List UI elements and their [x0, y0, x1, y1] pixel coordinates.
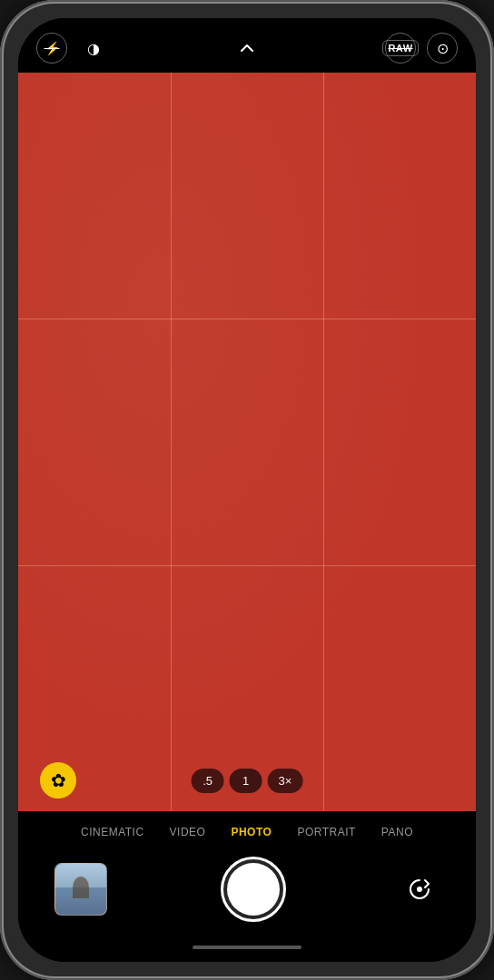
macro-button[interactable]: ✿ [40, 762, 76, 799]
flash-icon: ⚡ [44, 41, 60, 55]
svg-point-0 [417, 887, 422, 892]
home-indicator [18, 940, 476, 962]
zoom-3x-button[interactable]: 3× [268, 769, 303, 793]
raw-button[interactable]: RAW [385, 33, 416, 64]
mode-photo[interactable]: PHOTO [218, 822, 284, 842]
home-bar [193, 946, 301, 949]
shutter-row [18, 849, 476, 940]
raw-label: RAW [382, 40, 418, 56]
grid-line-v2 [323, 73, 324, 811]
flash-button[interactable]: ⚡ [36, 33, 67, 64]
phone-screen: ⚡ ◑ RAW ⊙ [18, 18, 476, 962]
zoom-controls: .5 1 3× [192, 769, 303, 793]
zoom-3x-label: 3× [279, 774, 292, 788]
mode-pano[interactable]: PANO [369, 822, 426, 842]
top-bar: ⚡ ◑ RAW ⊙ [18, 18, 476, 73]
grid-line-h2 [18, 565, 476, 566]
zoom-05-button[interactable]: .5 [192, 769, 224, 793]
live-indicator-icon: ⊙ [437, 40, 449, 57]
shutter-button[interactable] [221, 857, 286, 922]
mode-cinematic[interactable]: CINEMATIC [68, 822, 157, 842]
expand-button[interactable] [234, 35, 260, 61]
top-center [234, 35, 260, 61]
live-photo-button[interactable]: ◑ [78, 33, 109, 64]
macro-icon: ✿ [51, 769, 66, 791]
live-indicator-button[interactable]: ⊙ [427, 33, 458, 64]
grid-overlay [18, 73, 476, 811]
zoom-1-button[interactable]: 1 [230, 769, 262, 793]
grid-line-v1 [171, 73, 172, 811]
grid-line-h1 [18, 318, 476, 319]
viewfinder[interactable]: ✿ .5 1 3× [18, 73, 476, 811]
thumbnail-subject [73, 877, 89, 898]
live-photo-icon: ◑ [87, 40, 100, 57]
top-right-controls: RAW ⊙ [385, 33, 458, 64]
zoom-1-label: 1 [242, 774, 249, 788]
mode-video[interactable]: VIDEO [157, 822, 219, 842]
shutter-inner [227, 863, 280, 916]
bottom-controls: CINEMATIC VIDEO PHOTO PORTRAIT PANO [18, 811, 476, 940]
top-left-controls: ⚡ ◑ [36, 33, 109, 64]
photo-thumbnail[interactable] [54, 863, 107, 916]
zoom-05-label: .5 [203, 774, 212, 788]
phone-frame: ⚡ ◑ RAW ⊙ [0, 0, 494, 980]
flip-camera-button[interactable] [400, 869, 440, 909]
mode-portrait[interactable]: PORTRAIT [284, 822, 368, 842]
mode-selector: CINEMATIC VIDEO PHOTO PORTRAIT PANO [18, 811, 476, 849]
